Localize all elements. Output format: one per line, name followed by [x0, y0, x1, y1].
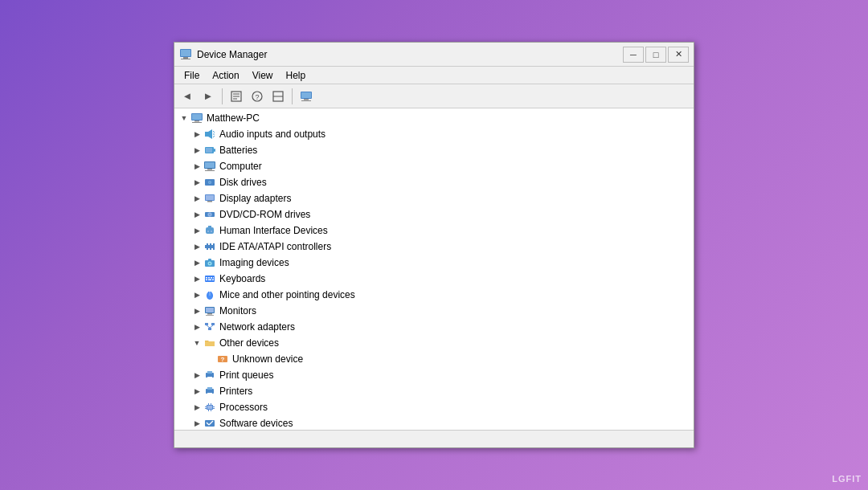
item-label: Human Interface Devices [219, 225, 328, 236]
svg-rect-58 [206, 277, 207, 279]
item-label: Disk drives [219, 177, 267, 188]
close-button[interactable]: ✕ [668, 47, 689, 63]
svg-rect-86 [207, 393, 212, 395]
item-expander[interactable]: ▶ [190, 369, 203, 382]
item-label: Unknown device [232, 353, 303, 365]
svg-rect-59 [208, 277, 210, 279]
svg-rect-19 [192, 114, 202, 120]
list-item[interactable]: ▶ Computer [174, 158, 694, 174]
item-expander[interactable]: ▼ [190, 337, 203, 349]
svg-marker-21 [208, 129, 212, 139]
list-item[interactable]: ▶ DVD/CD-ROM drives [174, 206, 694, 223]
menu-action[interactable]: Action [206, 68, 245, 83]
svg-rect-74 [205, 323, 208, 325]
svg-rect-30 [205, 170, 215, 171]
svg-rect-64 [212, 280, 214, 281]
item-expander[interactable]: ▶ [190, 385, 203, 398]
help-button[interactable]: ? [248, 87, 267, 106]
item-label: Network adapters [219, 321, 295, 333]
item-expander[interactable]: ▶ [190, 401, 203, 414]
forward-button[interactable]: ► [199, 87, 218, 106]
list-item[interactable]: ▶ Processors [174, 399, 694, 415]
properties-button[interactable] [227, 87, 246, 106]
list-item[interactable]: ▶ Monitors [174, 303, 694, 319]
menu-help[interactable]: Help [280, 68, 313, 83]
svg-rect-15 [301, 92, 311, 98]
menu-view[interactable]: View [246, 68, 280, 83]
item-expander[interactable]: ▶ [190, 208, 203, 221]
svg-rect-61 [213, 277, 214, 279]
item-expander[interactable]: ▶ [190, 192, 203, 205]
watermark: LGFIT [832, 474, 862, 484]
item-expander[interactable]: ▶ [190, 160, 203, 173]
list-item[interactable]: ▶ Disk drives [174, 174, 694, 190]
svg-rect-50 [207, 248, 208, 250]
disk-icon [203, 176, 216, 189]
hid-icon [203, 224, 216, 237]
menu-file[interactable]: File [178, 68, 206, 83]
root-icon [190, 112, 203, 125]
item-expander[interactable]: ▶ [190, 272, 203, 285]
item-label: Mice and other pointing devices [219, 289, 355, 300]
list-item[interactable]: ▶ Audio inputs and outputs [174, 126, 694, 142]
audio-icon [203, 128, 216, 141]
list-item[interactable]: ▶ Printers [174, 383, 694, 399]
svg-rect-17 [194, 120, 199, 122]
svg-rect-93 [211, 403, 211, 405]
svg-rect-38 [206, 195, 214, 200]
item-expander[interactable]: ▶ [190, 240, 203, 253]
svg-rect-89 [205, 408, 207, 409]
list-item[interactable]: ▶ Software devices [174, 415, 694, 430]
svg-rect-29 [207, 169, 212, 170]
list-item[interactable]: ▶ Keyboards [174, 271, 694, 287]
display-icon [203, 192, 216, 205]
svg-rect-85 [207, 387, 212, 390]
list-item[interactable]: ▶ Imaging devices [174, 255, 694, 271]
list-item[interactable]: ▼ Other devices [174, 335, 694, 351]
svg-rect-13 [304, 99, 309, 100]
item-expander[interactable]: ▶ [190, 176, 203, 189]
list-item[interactable]: ▶ ? Unknown device [174, 351, 694, 367]
svg-text:?: ? [221, 356, 225, 363]
list-item[interactable]: ▶ Mice and other pointing devices [174, 287, 694, 303]
item-expander[interactable]: ▶ [190, 304, 203, 317]
item-expander[interactable]: ▶ [190, 288, 203, 301]
svg-line-22 [213, 131, 215, 133]
item-label: Software devices [219, 418, 293, 429]
list-item[interactable]: ▶ Human Interface Devices [174, 223, 694, 239]
unknown-icon: ? [216, 353, 229, 365]
list-item[interactable]: ▶ IDE ATA/ATAPI controllers [174, 239, 694, 255]
device-tree[interactable]: ▼ Matthew-PC ▶ Audio inputs and outputs … [174, 108, 694, 430]
status-bar [174, 430, 694, 447]
maximize-button[interactable]: □ [645, 47, 666, 63]
list-item[interactable]: ▶ Display adapters [174, 190, 694, 206]
computer-button[interactable] [297, 87, 316, 106]
root-expander[interactable]: ▼ [178, 112, 190, 125]
item-expander[interactable]: ▶ [190, 256, 203, 269]
other-folder-icon [203, 337, 216, 349]
svg-rect-88 [205, 406, 207, 407]
item-expander[interactable]: ▶ [190, 128, 203, 141]
svg-rect-46 [205, 245, 215, 248]
list-item[interactable]: ▶ Network adapters [174, 319, 694, 335]
toolbar: ◄ ► ? [174, 84, 694, 108]
tree-root[interactable]: ▼ Matthew-PC [174, 110, 694, 126]
item-label: Batteries [219, 145, 257, 156]
scan-button[interactable] [268, 87, 288, 106]
list-item[interactable]: ▶ Batteries [174, 142, 694, 158]
list-item[interactable]: ▶ Print queues [174, 367, 694, 383]
svg-rect-14 [301, 100, 311, 101]
item-expander[interactable]: ▶ [190, 417, 203, 430]
svg-rect-62 [206, 280, 207, 281]
battery-icon [203, 144, 216, 157]
item-expander[interactable]: ▶ [190, 321, 203, 333]
svg-rect-2 [181, 59, 190, 59]
svg-rect-27 [206, 148, 212, 153]
item-expander[interactable]: ▶ [190, 144, 203, 157]
toolbar-separator-2 [292, 88, 293, 104]
svg-text:?: ? [255, 93, 259, 101]
minimize-button[interactable]: ─ [623, 47, 644, 63]
back-button[interactable]: ◄ [178, 87, 197, 106]
item-expander[interactable]: ▶ [190, 224, 203, 237]
svg-point-41 [209, 214, 211, 215]
